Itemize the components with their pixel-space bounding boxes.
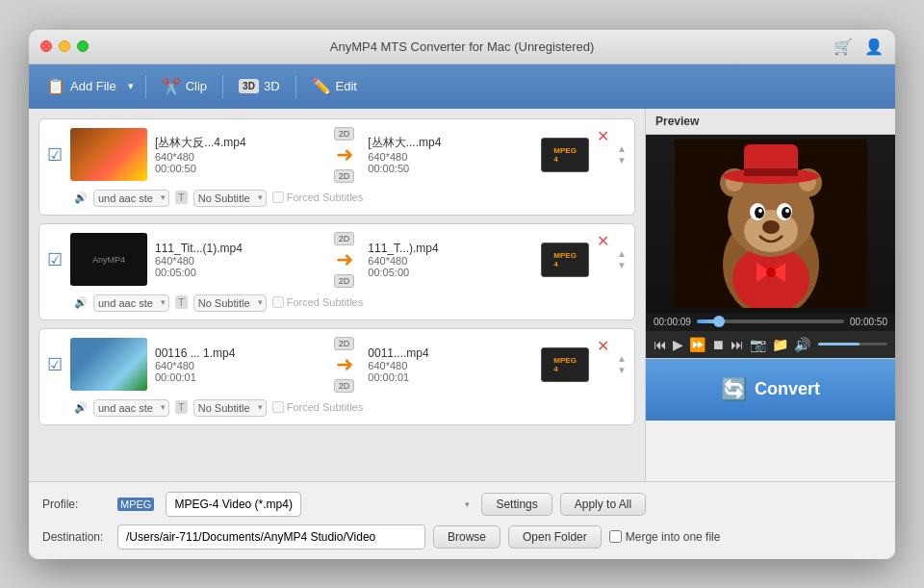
- toolbar-separator-3: [295, 75, 296, 98]
- scroll-up-2[interactable]: ▲: [617, 249, 627, 259]
- audio-select-3[interactable]: und aac ste: [93, 399, 169, 417]
- settings-button[interactable]: Settings: [481, 493, 552, 516]
- add-file-group: 📋 Add File ▾: [38, 72, 138, 100]
- file-info-3: 00116 ... 1.mp4 640*480 00:00:01: [155, 346, 321, 383]
- skip-forward-button[interactable]: ⏭: [731, 337, 744, 352]
- svg-point-13: [758, 209, 762, 213]
- badge-2d-out-2: 2D: [334, 274, 355, 288]
- add-file-button[interactable]: 📋 Add File: [38, 72, 124, 100]
- file-scroll-3: ▲ ▼: [617, 337, 627, 393]
- clip-label: Clip: [186, 79, 207, 93]
- file-name-in-2: 111_Tit...(1).mp4: [155, 242, 321, 255]
- bear-scene: [646, 135, 895, 313]
- file-item-bottom-3: 🔊 und aac ste T No Subtitle Subtitle: [47, 398, 627, 417]
- mpeg-icon: MPEG: [117, 498, 154, 511]
- subtitle-select-3[interactable]: No Subtitle Subtitle: [193, 399, 267, 417]
- file-item-top-1: ☑ [丛林大反...4.mp4 640*480 00:00:50 2D ➜ 2D…: [47, 127, 627, 183]
- threed-button[interactable]: 3D 3D: [231, 74, 287, 98]
- clip-button[interactable]: ✂️ Clip: [154, 72, 215, 100]
- file-arrow-1: 2D ➜ 2D: [328, 127, 361, 183]
- file-res-out-1: 640*480: [368, 151, 533, 163]
- merge-text: Merge into one file: [626, 530, 721, 544]
- edit-button[interactable]: ✏️ Edit: [304, 72, 365, 100]
- file-list: ☑ [丛林大反...4.mp4 640*480 00:00:50 2D ➜ 2D…: [29, 109, 645, 481]
- file-checkbox-3[interactable]: ☑: [47, 354, 63, 375]
- file-close-2[interactable]: ✕: [597, 232, 609, 250]
- empty-drop-area: [38, 433, 635, 472]
- subtitle-select-2[interactable]: No Subtitle Subtitle: [193, 294, 267, 312]
- close-button[interactable]: [40, 40, 52, 52]
- time-current: 00:00:09: [654, 317, 691, 327]
- user-icon[interactable]: 👤: [864, 38, 884, 56]
- destination-input[interactable]: [117, 524, 425, 550]
- file-name-out-3: 0011....mp4: [368, 346, 533, 360]
- forced-label-1: Forced Subtitles: [272, 192, 363, 203]
- preview-video: [646, 135, 895, 313]
- subtitle-select-1[interactable]: No Subtitle Subtitle: [193, 190, 267, 207]
- edit-label: Edit: [336, 79, 357, 93]
- audio-select-1[interactable]: und aac ste: [93, 190, 169, 207]
- play-button[interactable]: ▶: [673, 337, 683, 352]
- file-close-1[interactable]: ✕: [597, 127, 609, 145]
- forced-label-3: Forced Subtitles: [272, 401, 363, 413]
- clip-icon: ✂️: [162, 77, 181, 95]
- file-dur-out-3: 00:00:01: [368, 371, 533, 383]
- file-arrow-2: 2D ➜ 2D: [328, 232, 361, 288]
- forced-checkbox-1[interactable]: [272, 192, 284, 203]
- preview-timeline: 00:00:09 00:00:50: [646, 313, 895, 331]
- volume-bar[interactable]: [818, 343, 887, 345]
- screenshot-button[interactable]: 📷: [750, 337, 766, 352]
- svg-point-12: [782, 207, 791, 218]
- convert-button[interactable]: 🔄 Convert: [646, 358, 895, 421]
- profile-select[interactable]: MPEG-4 Video (*.mp4): [166, 492, 301, 517]
- file-res-2: 640*480: [155, 255, 321, 267]
- window-controls: [40, 40, 89, 52]
- time-total: 00:00:50: [850, 317, 887, 327]
- forced-label-2: Forced Subtitles: [272, 296, 363, 308]
- forced-checkbox-2[interactable]: [272, 296, 284, 308]
- folder-button[interactable]: 📁: [772, 337, 788, 352]
- audio-select-2[interactable]: und aac ste: [93, 294, 169, 312]
- volume-icon[interactable]: 🔊: [794, 337, 810, 352]
- subtitle-select-wrapper-1: No Subtitle Subtitle: [193, 189, 267, 207]
- fast-forward-button[interactable]: ⏩: [689, 337, 706, 352]
- file-name-out-2: 111_T...).mp4: [368, 242, 533, 255]
- toolbar-separator-2: [222, 75, 223, 98]
- forced-checkbox-3[interactable]: [272, 401, 284, 413]
- file-res-out-3: 640*480: [368, 360, 533, 371]
- profile-select-wrapper: MPEG-4 Video (*.mp4): [166, 492, 474, 517]
- toolbar-separator-1: [145, 75, 146, 98]
- skip-back-button[interactable]: ⏮: [654, 337, 667, 352]
- file-dur-1: 00:00:50: [155, 163, 321, 174]
- arrow-icon-2: ➜: [336, 247, 353, 272]
- merge-label: Merge into one file: [609, 530, 721, 544]
- scroll-down-2[interactable]: ▼: [617, 261, 627, 270]
- apply-all-button[interactable]: Apply to All: [560, 493, 646, 516]
- subtitle-icon-1: T: [175, 191, 188, 204]
- merge-checkbox[interactable]: [609, 530, 622, 543]
- audio-icon-3: 🔊: [74, 401, 88, 414]
- scroll-up-3[interactable]: ▲: [617, 354, 627, 364]
- maximize-button[interactable]: [77, 40, 89, 52]
- add-file-dropdown[interactable]: ▾: [124, 75, 138, 97]
- preview-header: Preview: [646, 109, 895, 135]
- scroll-down-1[interactable]: ▼: [617, 156, 627, 166]
- file-dur-3: 00:00:01: [155, 371, 321, 383]
- file-dur-out-1: 00:00:50: [368, 163, 533, 174]
- timeline-bar[interactable]: [697, 320, 844, 323]
- minimize-button[interactable]: [59, 40, 70, 52]
- scroll-down-3[interactable]: ▼: [617, 366, 627, 375]
- open-folder-button[interactable]: Open Folder: [508, 525, 602, 549]
- file-checkbox-1[interactable]: ☑: [47, 144, 63, 166]
- cart-icon[interactable]: 🛒: [834, 38, 853, 56]
- stop-button[interactable]: ⏹: [711, 337, 725, 352]
- timeline-handle[interactable]: [713, 316, 725, 327]
- browse-button[interactable]: Browse: [433, 525, 500, 549]
- arrow-icon-1: ➜: [336, 142, 353, 167]
- file-close-3[interactable]: ✕: [597, 337, 609, 355]
- scroll-up-1[interactable]: ▲: [617, 144, 627, 154]
- file-checkbox-2[interactable]: ☑: [47, 249, 63, 270]
- window-title: AnyMP4 MTS Converter for Mac (Unregister…: [330, 39, 595, 54]
- toolbar: 📋 Add File ▾ ✂️ Clip 3D 3D ✏️ Edit: [29, 64, 895, 109]
- badge-2d-in-3: 2D: [334, 337, 355, 350]
